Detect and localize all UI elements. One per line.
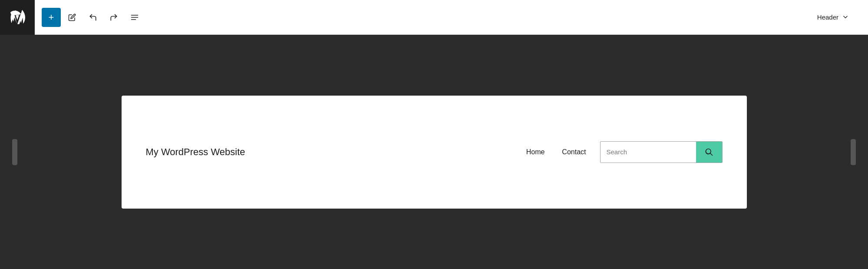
nav-links: Home Contact (526, 148, 586, 156)
search-widget (600, 141, 723, 163)
resize-handle-left[interactable] (12, 139, 17, 165)
redo-button[interactable] (104, 8, 123, 27)
wp-logo[interactable] (0, 0, 35, 35)
pencil-icon (68, 13, 76, 21)
nav-link-home[interactable]: Home (526, 148, 545, 156)
redo-icon (109, 13, 118, 22)
list-view-icon (130, 13, 139, 22)
list-view-button[interactable] (125, 8, 144, 27)
site-title: My WordPress Website (146, 146, 526, 158)
preview-frame: My WordPress Website Home Contact (122, 96, 747, 209)
toolbar-actions: + (35, 8, 812, 27)
toolbar-right: Header (812, 10, 868, 24)
resize-handle-right[interactable] (851, 139, 856, 165)
wordpress-logo-icon (10, 10, 25, 25)
header-dropdown-label: Header (817, 13, 838, 21)
undo-icon (89, 13, 97, 22)
toolbar: + (0, 0, 868, 35)
header-dropdown-button[interactable]: Header (812, 10, 854, 24)
add-block-button[interactable]: + (42, 8, 61, 27)
nav-link-contact[interactable]: Contact (562, 148, 586, 156)
canvas-area: My WordPress Website Home Contact (0, 35, 868, 269)
edit-pencil-button[interactable] (63, 8, 82, 27)
search-icon (705, 148, 713, 156)
chevron-down-icon (842, 14, 849, 21)
search-input[interactable] (601, 142, 696, 163)
undo-button[interactable] (83, 8, 102, 27)
search-submit-button[interactable] (696, 142, 722, 163)
